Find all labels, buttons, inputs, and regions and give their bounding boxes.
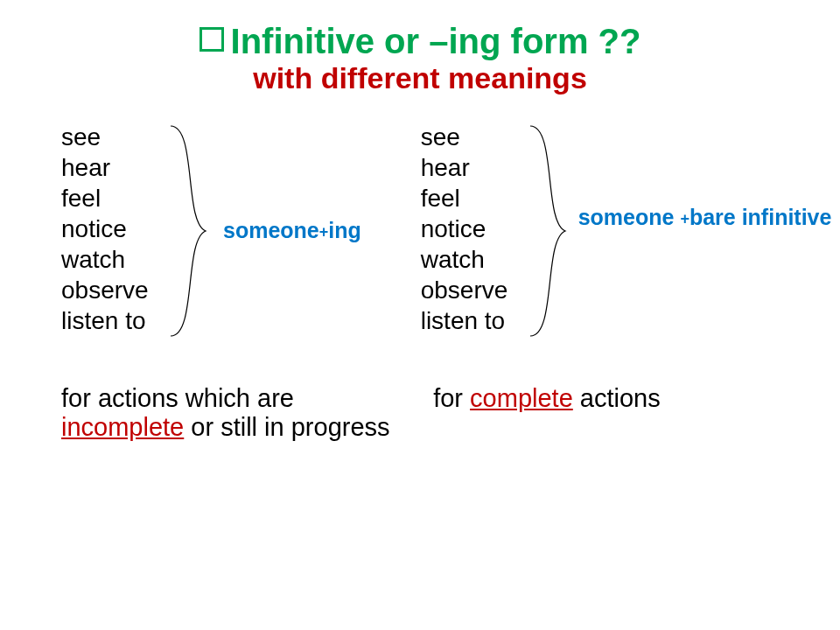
desc-key: complete	[470, 384, 573, 412]
verb: feel	[61, 183, 421, 214]
label-infinitive: someone +bare infinitive	[578, 205, 832, 230]
bullet-square-icon	[200, 27, 224, 52]
verb: observe	[61, 275, 421, 305]
label-part: bare infinitive	[690, 205, 832, 229]
desc-ing: for actions which are incomplete or stil…	[61, 384, 433, 442]
title-block: Infinitive or –ing form ?? with differen…	[0, 0, 840, 95]
verb: listen to	[61, 305, 421, 336]
verb: hear	[61, 152, 421, 183]
label-part: ing	[328, 218, 361, 242]
desc-text: for	[433, 384, 470, 412]
label-part: someone	[223, 218, 319, 242]
desc-text: for actions which are	[61, 384, 294, 412]
label-ing: someone+ing	[223, 218, 361, 243]
verb: see	[421, 122, 805, 152]
verb: see	[61, 122, 421, 152]
desc-text: or still in progress	[184, 413, 389, 441]
verb: watch	[421, 244, 805, 275]
title-sub: with different meanings	[0, 61, 840, 95]
desc-text: actions	[573, 384, 661, 412]
desc-key: incomplete	[61, 413, 184, 441]
columns: see hear feel notice watch observe liste…	[0, 95, 840, 336]
verb: hear	[421, 152, 805, 183]
brace-icon	[526, 122, 578, 340]
brace-icon	[166, 122, 219, 340]
plus-icon: +	[680, 210, 690, 228]
verb: listen to	[421, 305, 805, 336]
verb: watch	[61, 244, 421, 275]
verb: observe	[421, 275, 805, 305]
descriptions: for actions which are incomplete or stil…	[0, 336, 840, 442]
col-infinitive: see hear feel notice watch observe liste…	[421, 122, 805, 336]
plus-icon: +	[319, 223, 329, 241]
title-main: Infinitive or –ing form ??	[0, 22, 840, 61]
title-text: Infinitive or –ing form ??	[231, 22, 641, 60]
desc-infinitive: for complete actions	[433, 384, 805, 442]
label-part: someone	[578, 205, 681, 229]
col-ing: see hear feel notice watch observe liste…	[61, 122, 421, 336]
